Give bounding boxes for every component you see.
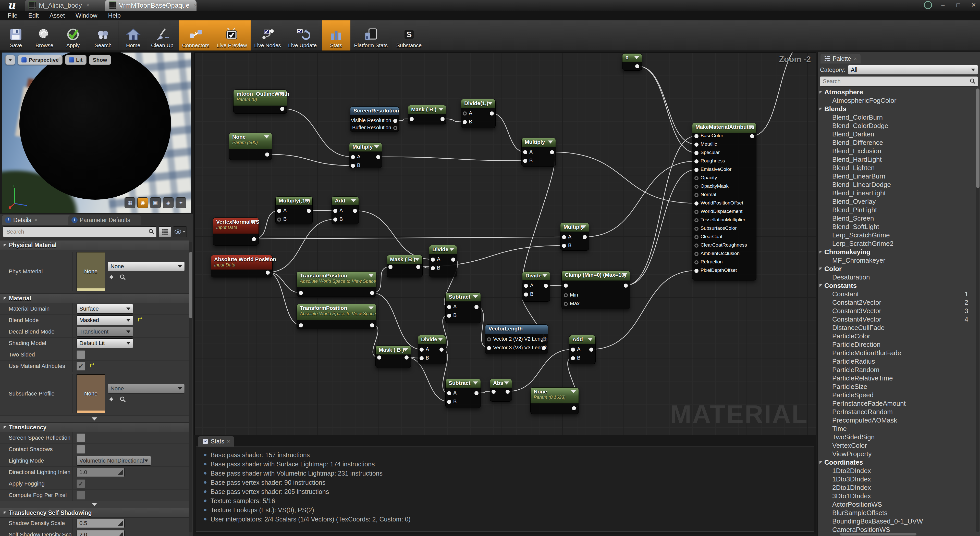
pin[interactable] <box>694 235 698 239</box>
palette-item-1dto2dindex[interactable]: 1Dto2DIndex <box>818 467 975 475</box>
node-absolute-world-position[interactable]: Absolute World PositionInput Data <box>211 255 272 278</box>
connectors-button[interactable]: sConnectors <box>179 21 213 51</box>
details-search-input[interactable] <box>3 227 156 237</box>
palette-item-actorpositionws[interactable]: ActorPositionWS <box>818 500 975 509</box>
phys-material-thumbnail[interactable]: None <box>76 252 105 291</box>
pin[interactable] <box>694 260 698 265</box>
palette-item-blend_colorburn[interactable]: Blend_ColorBurn <box>818 113 975 122</box>
save-button[interactable]: Save <box>2 21 30 51</box>
tab-stats[interactable]: Stats ✕ <box>198 436 234 447</box>
pin[interactable] <box>589 347 593 352</box>
pin[interactable] <box>571 347 575 352</box>
pin[interactable] <box>441 117 445 121</box>
section-header-material[interactable]: Material <box>0 293 189 303</box>
minimize-button[interactable]: – <box>939 2 947 9</box>
section-expander[interactable] <box>0 415 189 422</box>
pin[interactable] <box>562 244 566 248</box>
palette-item-blend_colordodge[interactable]: Blend_ColorDodge <box>818 122 975 130</box>
phys-material-dropdown[interactable]: None <box>108 262 185 271</box>
palette-group-chromakeying[interactable]: Chromakeying <box>818 248 975 256</box>
reset-to-default-icon[interactable] <box>89 363 95 369</box>
tab-close-icon[interactable]: ✕ <box>194 3 197 8</box>
browse-button[interactable]: Browse <box>30 21 59 51</box>
palette-item-blend_linearlight[interactable]: Blend_LinearLight <box>818 189 975 197</box>
palette-group-color[interactable]: Color <box>818 265 975 273</box>
palette-item-lerp_scratchgrime[interactable]: Lerp_ScratchGrime <box>818 231 975 239</box>
livepreview-button[interactable]: Live Preview <box>213 21 251 51</box>
node-subtract-center[interactable]: SubtractAB <box>445 292 481 323</box>
pin[interactable] <box>694 168 698 172</box>
platformstats-button[interactable]: Platform Stats <box>350 21 391 51</box>
reset-to-default-icon[interactable] <box>137 317 143 324</box>
palette-item-blend_overlay[interactable]: Blend_Overlay <box>818 197 975 206</box>
menu-edit[interactable]: Edit <box>28 12 39 19</box>
palette-item-time[interactable]: Time <box>818 425 975 433</box>
palette-horizontal-scrollbar[interactable] <box>840 533 916 536</box>
pin[interactable] <box>277 217 281 222</box>
pin[interactable] <box>523 150 527 154</box>
viewport-icon-4[interactable]: ◈ <box>163 197 173 208</box>
pin[interactable] <box>506 390 510 394</box>
shadow-density-scale-field[interactable]: 0.5 <box>76 519 124 528</box>
pin[interactable] <box>252 237 256 241</box>
palette-item-constant2vector[interactable]: Constant2Vector2 <box>818 298 975 307</box>
palette-scrollbar[interactable] <box>976 89 980 532</box>
palette-item-boundingboxbased_0-1_uvw[interactable]: BoundingBoxBased_0-1_UVW <box>818 517 975 525</box>
palette-item-blend_pinlight[interactable]: Blend_PinLight <box>818 206 975 214</box>
two-sided-checkbox[interactable] <box>76 350 85 359</box>
palette-item-constant[interactable]: Constant1 <box>818 290 975 298</box>
palette-item-atmosphericfogcolor[interactable]: AtmosphericFogColor <box>818 97 975 105</box>
pin[interactable] <box>377 355 381 360</box>
node-mask-r[interactable]: Mask ( R ) <box>408 105 446 124</box>
palette-item-blend_lighten[interactable]: Blend_Lighten <box>818 164 975 172</box>
viewport-options-button[interactable] <box>5 55 15 65</box>
pin[interactable] <box>694 193 698 197</box>
document-tab-vrmmtoonbaseopaque[interactable]: VrmMToonBaseOpaque ✕ <box>105 0 197 11</box>
palette-item-blend_lineardodge[interactable]: Blend_LinearDodge <box>818 181 975 189</box>
palette-group-atmosphere[interactable]: Atmosphere <box>818 88 975 97</box>
pin[interactable] <box>694 176 698 180</box>
pin[interactable] <box>542 337 546 341</box>
palette-item-constant3vector[interactable]: Constant3Vector3 <box>818 307 975 315</box>
pin[interactable] <box>351 155 355 159</box>
pin[interactable] <box>447 391 451 395</box>
pin[interactable] <box>376 155 380 159</box>
lit-mode-button[interactable]: Lit <box>65 55 86 65</box>
pin[interactable] <box>694 159 698 163</box>
pin[interactable] <box>624 284 628 288</box>
pin[interactable] <box>431 257 435 262</box>
palette-item-precomputedaomask[interactable]: PrecomputedAOMask <box>818 416 975 425</box>
tab-parameter-defaults[interactable]: i Parameter Defaults <box>68 215 141 225</box>
contact-shadows-checkbox[interactable] <box>76 445 85 454</box>
node-divide-center[interactable]: DivideAB <box>429 245 457 278</box>
node-vectorlength[interactable]: VectorLengthVector 2 (V2) V2 LengthVecto… <box>485 324 548 354</box>
palette-item-blend_screen[interactable]: Blend_Screen <box>818 214 975 223</box>
spinner-icon[interactable] <box>118 532 123 536</box>
pin[interactable] <box>447 314 451 318</box>
blend-mode-dropdown[interactable]: Masked <box>76 316 133 325</box>
close-button[interactable]: ✕ <box>969 2 978 9</box>
palette-item-constant4vector[interactable]: Constant4Vector4 <box>818 315 975 324</box>
category-dropdown[interactable]: All <box>848 65 978 75</box>
pin[interactable] <box>280 107 284 111</box>
tab-close-icon[interactable]: ✕ <box>227 439 230 444</box>
node-mask-b-top[interactable]: Mask ( B ) <box>387 255 423 278</box>
pin[interactable] <box>564 293 568 297</box>
pin[interactable] <box>474 391 479 395</box>
section-header-translucency[interactable]: Translucency <box>0 422 189 432</box>
palette-item-distancecullfade[interactable]: DistanceCullFade <box>818 324 975 332</box>
palette-item-lerp_scratchgrime2[interactable]: Lerp_ScratchGrime2 <box>818 239 975 248</box>
pin[interactable] <box>404 355 409 360</box>
pin[interactable] <box>277 209 281 213</box>
node-none-param200[interactable]: NoneParam (200) <box>229 133 272 160</box>
pin[interactable] <box>523 159 527 163</box>
node-subtract-bottom[interactable]: SubtractAB <box>445 379 481 408</box>
viewport-icon-3[interactable]: ▣ <box>150 197 161 208</box>
pin[interactable] <box>750 134 754 138</box>
palette-item-blend_softlight[interactable]: Blend_SoftLight <box>818 223 975 231</box>
window-badge-icon[interactable] <box>924 1 932 9</box>
cleanup-button[interactable]: Clean Up <box>148 21 177 51</box>
palette-item-vertexcolor[interactable]: VertexColor <box>818 441 975 450</box>
view-options-button[interactable] <box>173 227 187 237</box>
material-node-graph[interactable]: 0mtoon_OutlineWidthParam (0)NoneParam (2… <box>194 52 816 435</box>
